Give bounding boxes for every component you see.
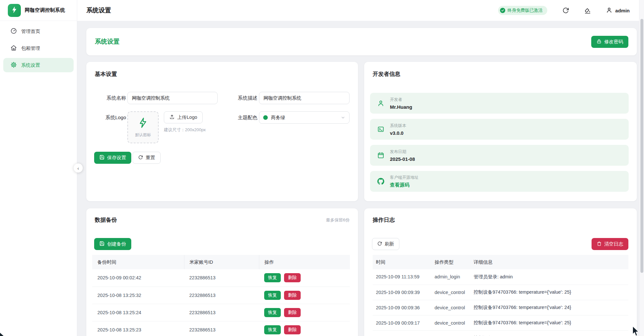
log-detail: 控制设备974703766: temperature={'value': 25} xyxy=(470,330,628,336)
refresh-icon xyxy=(377,241,382,247)
change-password-label: 修改密码 xyxy=(604,39,623,45)
log-detail: 控制设备974703766: temperature={'value': 25} xyxy=(470,315,628,330)
save-icon xyxy=(99,241,105,247)
log-detail: 控制设备974703766: temperature={'value': 24} xyxy=(470,300,628,315)
lock-icon xyxy=(596,39,602,45)
release-date-label: 发布日期 xyxy=(390,149,415,155)
system-name-input[interactable] xyxy=(127,92,218,104)
basic-settings-card: 基本设置 系统名称 系统描述 系统Logo 默认图标 上传Logo 建议尺寸：2… xyxy=(86,62,358,201)
save-settings-label: 保存设置 xyxy=(107,155,126,161)
log-detail: 控制设备974703766: temperature={'value': 25} xyxy=(470,285,628,300)
operation-log-card: 操作日志 刷新 清空日志 时间 操作类型 详细信息 xyxy=(364,208,637,336)
save-icon xyxy=(99,155,105,161)
app-root: 网咖空调控制系统 管理首页 包厢管理 系统设置 xyxy=(0,0,644,336)
backup-row: 2025-10-08 13:25:24 2232886513 恢复删除 xyxy=(92,304,350,321)
log-row: 2025-10-09 00:09:36 device_control 控制设备9… xyxy=(373,300,628,315)
sidebar-logo-row: 网咖空调控制系统 xyxy=(0,0,77,21)
backup-time: 2025-10-09 00:02:42 xyxy=(92,269,184,287)
system-desc-input[interactable] xyxy=(259,92,350,104)
backup-row: 2025-10-08 13:25:23 2232886513 恢复删除 xyxy=(92,321,350,336)
sidebar: 网咖空调控制系统 管理首页 包厢管理 系统设置 xyxy=(0,0,77,336)
source-code-row: 客户端开源地址 查看源码 xyxy=(370,171,629,192)
backup-time: 2025-10-08 13:25:23 xyxy=(92,321,184,336)
gear-icon xyxy=(10,62,17,69)
view-source-link[interactable]: 查看源码 xyxy=(390,182,419,188)
dashboard-icon xyxy=(10,28,17,35)
user-menu[interactable]: admin xyxy=(606,7,630,14)
reset-button[interactable]: 重置 xyxy=(133,152,161,164)
sidebar-item-dashboard[interactable]: 管理首页 xyxy=(3,24,74,38)
restore-button[interactable]: 恢复 xyxy=(264,308,281,317)
theme-color-label: 主题配色 xyxy=(226,111,257,124)
theme-fill-icon[interactable] xyxy=(584,7,591,14)
system-name-label: 系统名称 xyxy=(93,92,126,104)
user-icon xyxy=(377,100,384,107)
change-password-button[interactable]: 修改密码 xyxy=(591,36,628,48)
restore-button[interactable]: 恢复 xyxy=(264,325,281,334)
backup-table-header: 备份时间 米家账号ID 操作 xyxy=(92,255,350,269)
page-title: 系统设置 xyxy=(95,37,120,46)
github-icon xyxy=(377,178,384,185)
restore-button[interactable]: 恢复 xyxy=(264,291,281,300)
log-row: 2025-10-09 11:13:59 admin_login 管理员登录: a… xyxy=(373,269,628,285)
backup-limit-hint: 最多保留6份 xyxy=(326,217,350,223)
log-detail: 管理员登录: admin xyxy=(470,269,628,285)
log-row: 2025-10-09 00:09:17 device_control 控制设备9… xyxy=(373,315,628,330)
logo-dropzone[interactable]: 默认图标 xyxy=(127,111,159,143)
log-col-detail: 详细信息 xyxy=(470,255,628,269)
upload-icon xyxy=(169,114,175,120)
license-badge: 终身免费版已激活 xyxy=(498,6,547,15)
sidebar-item-rooms[interactable]: 包厢管理 xyxy=(3,41,74,55)
corner-artifact xyxy=(0,333,4,336)
delete-button[interactable]: 删除 xyxy=(284,325,301,334)
backup-row: 2025-10-09 00:02:42 2232886513 恢复删除 xyxy=(92,269,350,287)
scrollbar-thumb[interactable] xyxy=(640,19,643,273)
sidebar-item-label: 包厢管理 xyxy=(21,45,40,51)
refresh-logs-label: 刷新 xyxy=(385,241,394,247)
home-icon xyxy=(10,45,17,52)
refresh-logs-button[interactable]: 刷新 xyxy=(372,238,399,250)
clear-logs-button[interactable]: 清空日志 xyxy=(592,238,628,250)
backup-col-actions: 操作 xyxy=(259,255,350,269)
backup-account: 2232886513 xyxy=(184,269,259,287)
sidebar-item-settings[interactable]: 系统设置 xyxy=(3,58,74,72)
reset-label: 重置 xyxy=(146,155,155,161)
terminal-icon xyxy=(377,126,384,133)
header-page-title: 系统设置 xyxy=(86,6,111,15)
upload-logo-button[interactable]: 上传Logo xyxy=(164,111,203,123)
page-title-card: 系统设置 修改密码 xyxy=(86,28,637,55)
page-scrollbar[interactable] xyxy=(639,0,644,336)
release-date-value: 2025-01-08 xyxy=(390,156,415,162)
delete-button[interactable]: 删除 xyxy=(284,291,301,300)
check-circle-icon xyxy=(500,8,505,13)
log-time: 2025-10-09 00:09:39 xyxy=(373,285,431,300)
clear-logs-label: 清空日志 xyxy=(604,241,623,247)
log-time: 2025-10-09 00:09:36 xyxy=(373,300,431,315)
log-time: 2025-10-09 11:13:59 xyxy=(373,269,431,285)
developer-value: Mr.Huang xyxy=(390,104,412,110)
version-value: v3.0.0 xyxy=(390,130,406,136)
refresh-icon[interactable] xyxy=(562,7,569,14)
calendar-icon xyxy=(377,152,384,159)
backup-account: 2232886513 xyxy=(184,287,259,304)
log-time xyxy=(373,330,431,336)
restore-button[interactable]: 恢复 xyxy=(264,273,281,282)
save-settings-button[interactable]: 保存设置 xyxy=(94,152,131,164)
delete-button[interactable]: 删除 xyxy=(284,273,301,282)
chevron-left-icon: ‹ xyxy=(78,165,79,171)
data-backup-title: 数据备份 xyxy=(95,216,117,224)
log-type: device_control xyxy=(431,300,470,315)
system-logo-label: 系统Logo xyxy=(93,111,126,124)
create-backup-button[interactable]: 创建备份 xyxy=(94,238,131,250)
upload-logo-label: 上传Logo xyxy=(177,114,197,120)
version-row: 系统版本 v3.0.0 xyxy=(370,119,629,140)
delete-button[interactable]: 删除 xyxy=(284,308,301,317)
log-time: 2025-10-09 00:09:17 xyxy=(373,315,431,330)
log-col-type: 操作类型 xyxy=(431,255,470,269)
app-logo xyxy=(8,4,21,17)
sidebar-collapse-button[interactable]: ‹ xyxy=(74,163,83,173)
developer-label: 开发者 xyxy=(390,97,412,103)
theme-color-select[interactable]: 商务绿 xyxy=(259,111,350,124)
version-label: 系统版本 xyxy=(390,123,406,129)
log-col-time: 时间 xyxy=(373,255,431,269)
